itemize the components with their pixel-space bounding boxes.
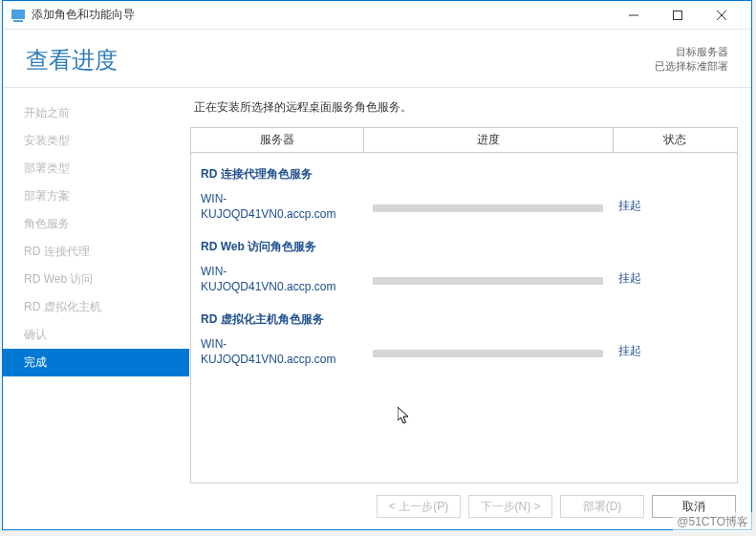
step-rd-broker: RD 连接代理: [3, 238, 189, 266]
step-deploy-type: 部署类型: [3, 155, 189, 182]
step-rd-virt: RD 虚拟化主机: [3, 293, 189, 321]
target-label: 目标服务器: [655, 45, 728, 59]
prev-button[interactable]: < 上一步(P): [377, 495, 461, 518]
col-status: 状态: [613, 128, 737, 153]
titlebar: 添加角色和功能向导: [3, 1, 751, 30]
deploy-button[interactable]: 部署(D): [560, 495, 644, 518]
progress-bar: [373, 350, 603, 357]
wizard-window: 添加角色和功能向导 查看进度 目标服务器 已选择标准部署 开始之前 安装类型 部…: [2, 0, 752, 530]
step-begin: 开始之前: [3, 99, 189, 127]
progress-cell: [363, 332, 613, 371]
next-button[interactable]: 下一步(N) >: [468, 495, 552, 518]
minimize-button[interactable]: [612, 2, 656, 29]
window-controls: [612, 2, 744, 29]
description: 正在安装所选择的远程桌面服务角色服务。: [190, 99, 738, 116]
page-title: 查看进度: [26, 45, 118, 75]
sidebar: 开始之前 安装类型 部署类型 部署方案 角色服务 RD 连接代理 RD Web …: [3, 88, 189, 483]
progress-cell: [363, 259, 613, 298]
progress-cell: [363, 186, 613, 225]
role-name: RD 连接代理角色服务: [191, 153, 737, 187]
progress-bar: [373, 277, 603, 285]
step-deploy-scheme: 部署方案: [3, 182, 189, 210]
progress-table: 服务器 进度 状态 RD 连接代理角色服务WIN-KUJOQD41VN0.acc…: [191, 128, 737, 372]
col-progress: 进度: [363, 128, 613, 153]
app-icon: [11, 8, 26, 23]
body: 开始之前 安装类型 部署类型 部署方案 角色服务 RD 连接代理 RD Web …: [3, 87, 751, 483]
role-name: RD 虚拟化主机角色服务: [191, 298, 737, 332]
target-info: 目标服务器 已选择标准部署: [655, 45, 728, 75]
status-text: 挂起: [613, 186, 737, 225]
target-value: 已选择标准部署: [655, 59, 728, 74]
step-rd-web: RD Web 访问: [3, 266, 189, 293]
progress-bar: [373, 204, 603, 212]
server-name: WIN-KUJOQD41VN0.accp.com: [191, 332, 363, 371]
step-complete: 完成: [3, 349, 189, 376]
window-title: 添加角色和功能向导: [32, 7, 612, 23]
status-text: 挂起: [613, 259, 737, 298]
svg-rect-3: [674, 11, 682, 19]
server-name: WIN-KUJOQD41VN0.accp.com: [191, 259, 363, 298]
svg-rect-1: [13, 20, 23, 22]
header: 查看进度 目标服务器 已选择标准部署: [3, 30, 751, 87]
role-name: RD Web 访问角色服务: [191, 225, 737, 259]
col-server: 服务器: [191, 128, 363, 153]
maximize-button[interactable]: [656, 2, 700, 29]
step-install-type: 安装类型: [3, 127, 189, 155]
footer: < 上一步(P) 下一步(N) > 部署(D) 取消: [3, 483, 751, 529]
svg-rect-0: [11, 10, 25, 19]
server-name: WIN-KUJOQD41VN0.accp.com: [191, 186, 363, 225]
main: 正在安装所选择的远程桌面服务角色服务。 服务器 进度 状态 RD 连接代理角色服…: [189, 88, 751, 483]
close-button[interactable]: [700, 2, 744, 29]
status-text: 挂起: [613, 332, 737, 371]
progress-table-wrap: 服务器 进度 状态 RD 连接代理角色服务WIN-KUJOQD41VN0.acc…: [190, 127, 738, 483]
step-confirm: 确认: [3, 321, 189, 349]
watermark: @51CTO博客: [673, 512, 752, 532]
step-role-service: 角色服务: [3, 210, 189, 238]
